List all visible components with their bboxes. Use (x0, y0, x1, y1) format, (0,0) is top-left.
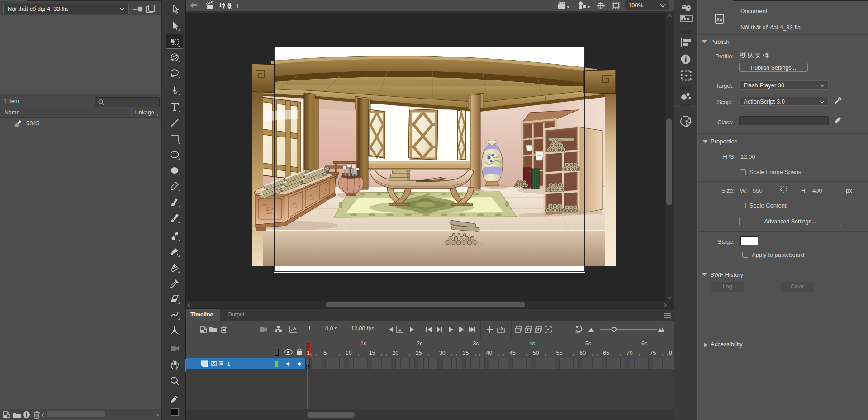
svg-text:1: 1 (227, 361, 230, 367)
svg-text:1: 1 (236, 3, 239, 9)
